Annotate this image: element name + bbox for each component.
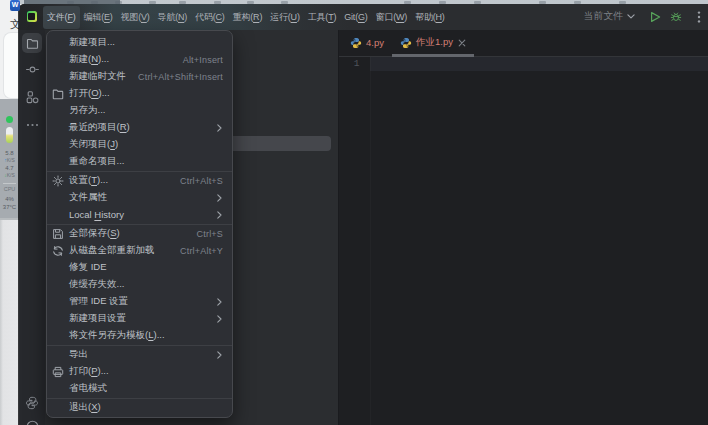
- menubar-item-N[interactable]: 导航(N): [154, 6, 192, 29]
- python-file-icon: [400, 37, 412, 49]
- menu-item-label: 另存为...: [69, 104, 105, 117]
- tab-close-icon[interactable]: [458, 39, 466, 47]
- menubar-item-E[interactable]: 编辑(E): [80, 6, 117, 29]
- menu-item-label: 全部保存(S): [69, 227, 120, 240]
- menu-item[interactable]: 设置(T)...Ctrl+Alt+S: [47, 172, 232, 189]
- menu-item[interactable]: 重命名项目...: [47, 153, 232, 170]
- menu-item-label: 导出: [69, 348, 88, 361]
- menu-item[interactable]: 导出: [47, 346, 232, 363]
- monitor-divider: [3, 183, 16, 184]
- usage-gauge: [6, 127, 13, 143]
- menu-item[interactable]: 文件属性: [47, 189, 232, 206]
- download-speed: 4.7: [0, 165, 19, 172]
- menu-item-label: 新建(N)...: [69, 53, 109, 66]
- editor-tab[interactable]: 作业1.py: [392, 30, 474, 56]
- editor-tab[interactable]: 4.py: [342, 30, 392, 56]
- more-actions-kebab-icon[interactable]: [697, 11, 701, 23]
- submenu-arrow-icon: [217, 124, 222, 132]
- menu-shortcut: Alt+Insert: [183, 55, 223, 65]
- menu-item-label: 新建项目设置: [69, 312, 126, 325]
- pycharm-logo-icon: [27, 11, 38, 22]
- run-config-selector[interactable]: 当前文件: [584, 10, 623, 23]
- run-button[interactable]: [650, 11, 661, 23]
- gear-icon: [52, 175, 64, 187]
- menu-item-label: 文件属性: [69, 191, 107, 204]
- submenu-arrow-icon: [217, 351, 222, 359]
- tab-filename: 4.py: [366, 37, 384, 48]
- titlebar: 文件(F)编辑(E)视图(V)导航(N)代码(C)重构(R)运行(U)工具(T)…: [19, 4, 708, 30]
- submenu-arrow-icon: [217, 298, 222, 306]
- menu-item-label: Local History: [69, 209, 124, 220]
- menu-item-label: 新建临时文件: [69, 70, 126, 83]
- reload-icon: [52, 245, 64, 257]
- menu-item[interactable]: Local History: [47, 206, 232, 223]
- menu-item-label: 打开(O)...: [69, 87, 110, 100]
- save-icon: [52, 228, 64, 240]
- menu-item[interactable]: 新建临时文件Ctrl+Alt+Shift+Insert: [47, 68, 232, 85]
- editor-gutter: 1: [339, 57, 370, 425]
- editor-area: 4.py作业1.py 1: [339, 30, 708, 425]
- chevron-down-icon[interactable]: [627, 14, 635, 19]
- stripe-button-structure[interactable]: [22, 87, 42, 107]
- stripe-button-python-console[interactable]: [22, 393, 42, 413]
- download-unit: K/S: [7, 172, 15, 178]
- menubar-item-R[interactable]: 重构(R): [229, 6, 267, 29]
- upload-unit: K/S: [7, 157, 15, 163]
- menu-item[interactable]: 新建项目...: [47, 34, 232, 51]
- menu-item-label: 省电模式: [69, 382, 107, 395]
- line-number: 1: [339, 57, 370, 71]
- menu-shortcut: Ctrl+S: [197, 229, 223, 239]
- stripe-button-more[interactable]: [22, 115, 42, 135]
- upload-speed: 5.8: [0, 150, 19, 157]
- menu-item-label: 重命名项目...: [69, 155, 124, 168]
- stripe-button-project-folder[interactable]: [22, 33, 42, 53]
- menu-item-label: 打印(P)...: [69, 365, 109, 378]
- gutter-separator: [370, 57, 371, 425]
- menu-item[interactable]: 另存为...: [47, 102, 232, 119]
- menu-item[interactable]: 使缓存失效...: [47, 276, 232, 293]
- menubar-item-F[interactable]: 文件(F): [43, 6, 80, 29]
- cpu-value: 4%: [0, 196, 19, 203]
- menu-item[interactable]: 打开(O)...: [47, 85, 232, 102]
- menu-item[interactable]: 全部保存(S)Ctrl+S: [47, 225, 232, 242]
- python-file-icon: [350, 37, 362, 49]
- menu-item[interactable]: 退出(X): [47, 399, 232, 416]
- submenu-arrow-icon: [217, 194, 222, 202]
- caret-line-highlight[interactable]: [370, 57, 708, 71]
- doc-glyph: 文: [10, 17, 19, 32]
- menu-item[interactable]: 管理 IDE 设置: [47, 293, 232, 310]
- menu-item[interactable]: 新建(N)...Alt+Insert: [47, 51, 232, 68]
- menubar-item-T[interactable]: 工具(T): [304, 6, 341, 29]
- menu-item-label: 从磁盘全部重新加载: [69, 244, 155, 257]
- cpu-label: CPU: [0, 186, 19, 193]
- menu-item[interactable]: 从磁盘全部重新加载Ctrl+Alt+Y: [47, 242, 232, 259]
- file-menu-dropdown: 新建项目...新建(N)...Alt+Insert新建临时文件Ctrl+Alt+…: [46, 30, 233, 418]
- menu-item[interactable]: 最近的项目(R): [47, 119, 232, 136]
- menubar-item-U[interactable]: 运行(U): [266, 6, 304, 29]
- submenu-arrow-icon: [217, 211, 222, 219]
- menubar-item-C[interactable]: 代码(C): [191, 6, 229, 29]
- menubar-item-V[interactable]: 视图(V): [117, 6, 154, 29]
- stripe-button-partial-circle[interactable]: [22, 417, 42, 425]
- menu-item[interactable]: 省电模式: [47, 380, 232, 397]
- menubar-item-G[interactable]: Git(G): [340, 6, 371, 29]
- debug-button[interactable]: [670, 11, 682, 23]
- menubar-item-W[interactable]: 窗口(W): [372, 6, 412, 29]
- menu-item[interactable]: 修复 IDE: [47, 259, 232, 276]
- stripe-button-commit[interactable]: [22, 60, 42, 80]
- monitor-readings: 5.8 ↑K/S 4.7 ↓K/S CPU 4% 37°C: [0, 150, 19, 211]
- background-window-strip: 文 5.8 ↑K/S 4.7 ↓K/S CPU 4% 37°C: [0, 0, 19, 425]
- word-app-icon[interactable]: W: [10, 0, 20, 11]
- menu-item-label: 关闭项目(J): [69, 138, 118, 151]
- menu-item[interactable]: 关闭项目(J): [47, 136, 232, 153]
- editor-tab-bar: 4.py作业1.py: [339, 30, 708, 57]
- menu-shortcut: Ctrl+Alt+S: [180, 176, 223, 186]
- menu-item[interactable]: 打印(P)...: [47, 363, 232, 380]
- menubar-item-H[interactable]: 帮助(H): [411, 6, 449, 29]
- menu-item[interactable]: 新建项目设置: [47, 310, 232, 327]
- menu-item[interactable]: 将文件另存为模板(L)...: [47, 327, 232, 344]
- menu-item-label: 管理 IDE 设置: [69, 295, 128, 308]
- menu-item-label: 设置(T)...: [69, 174, 108, 187]
- system-monitor-widget: 5.8 ↑K/S 4.7 ↓K/S CPU 4% 37°C: [0, 99, 19, 218]
- menu-item-label: 退出(X): [69, 401, 101, 414]
